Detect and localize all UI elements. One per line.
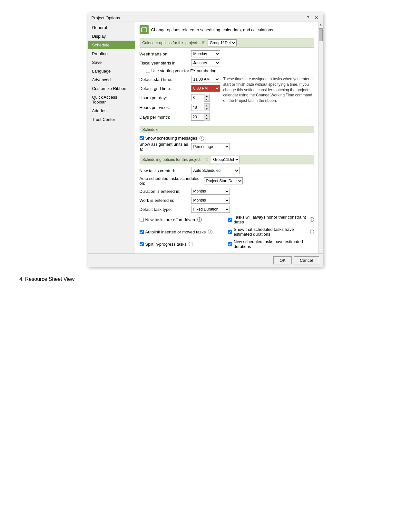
dialog-titlebar: Project Options ? ✕	[88, 13, 323, 22]
help-button[interactable]: ?	[306, 15, 311, 20]
days-month-spinner-buttons: ▲ ▼	[204, 113, 210, 121]
fiscal-year-select[interactable]: January	[191, 59, 220, 66]
week-starts-row: Week starts on: Monday Sunday	[140, 50, 314, 57]
svg-rect-0	[142, 28, 147, 32]
auto-scheduled-select[interactable]: Project Start Date Current Date	[204, 177, 243, 184]
auto-scheduled-control: Project Start Date Current Date	[204, 177, 243, 184]
schedule-section-bar: Schedule	[140, 126, 314, 133]
show-scheduling-label: Show scheduling messages	[145, 136, 197, 141]
sidebar-item-proofing[interactable]: Proofing	[88, 49, 135, 58]
times-left: Default start time: 11:00 AM Default end…	[140, 76, 220, 123]
show-scheduling-checkbox[interactable]	[140, 136, 144, 140]
scheduling-options-label: Scheduling options for this project:	[142, 157, 201, 162]
dialog-footer: OK Cancel	[88, 253, 323, 267]
estimated-durations-label: Show that scheduled tasks have estimated…	[234, 227, 308, 237]
scroll-up-arrow[interactable]: ▲	[318, 23, 323, 27]
days-month-spinner: ▲ ▼	[191, 113, 210, 121]
new-tasks-select[interactable]: Auto Scheduled Manually Scheduled	[191, 167, 240, 174]
scheduling-messages-info-icon[interactable]: i	[200, 136, 204, 141]
week-starts-select[interactable]: Monday Sunday	[191, 50, 220, 57]
calendar-project-select[interactable]: Group11Del1part1	[208, 39, 237, 46]
days-month-up-btn[interactable]: ▲	[204, 113, 210, 117]
cancel-button[interactable]: Cancel	[294, 256, 319, 264]
hours-day-up-btn[interactable]: ▲	[204, 94, 210, 98]
constraint-dates-info-icon[interactable]: i	[310, 217, 314, 222]
split-inprogress-info-icon[interactable]: i	[189, 242, 193, 246]
scroll-thumb[interactable]	[319, 28, 323, 41]
default-task-label: Default task type:	[140, 207, 191, 212]
default-task-control: Fixed Duration Fixed Units Fixed Work	[191, 206, 230, 213]
split-inprogress-checkbox[interactable]	[140, 242, 144, 246]
hours-week-spinner: ▲ ▼	[191, 103, 210, 111]
auto-scheduled-row: Auto scheduled tasks scheduled on: Proje…	[140, 176, 314, 186]
sidebar-item-trust-center[interactable]: Trust Center	[88, 115, 135, 124]
hours-week-up-btn[interactable]: ▲	[204, 104, 210, 107]
default-end-control: 8:00 PM	[191, 85, 220, 92]
sidebar-item-general[interactable]: General	[88, 23, 135, 32]
effort-driven-checkbox[interactable]	[140, 218, 144, 222]
two-col-checkboxes: New tasks are effort driven i Tasks will…	[140, 215, 314, 250]
sidebar-item-schedule[interactable]: Schedule	[88, 41, 135, 49]
default-end-select[interactable]: 8:00 PM	[191, 85, 220, 92]
scheduling-project-select[interactable]: Group11Del1part1	[211, 156, 240, 163]
close-button[interactable]: ✕	[313, 15, 320, 20]
hours-week-input[interactable]	[191, 104, 204, 111]
fy-numbering-checkbox[interactable]	[146, 69, 150, 73]
fy-checkbox-row: Use starting year for FY numbering	[146, 68, 314, 73]
dialog-title: Project Options	[92, 15, 120, 20]
fiscal-year-label: Fiscal year starts in:	[140, 61, 191, 65]
effort-driven-info-icon[interactable]: i	[197, 217, 202, 222]
sidebar-item-save[interactable]: Save	[88, 58, 135, 67]
sidebar-item-addins[interactable]: Add-Ins	[88, 106, 135, 115]
days-month-input[interactable]	[191, 113, 204, 121]
hours-day-spinner: ▲ ▼	[191, 94, 210, 102]
sidebar-item-advanced[interactable]: Advanced	[88, 75, 135, 84]
days-month-down-btn[interactable]: ▼	[204, 117, 210, 121]
default-task-select[interactable]: Fixed Duration Fixed Units Fixed Work	[191, 206, 230, 213]
caption-text: 4. Resource Sheet View	[19, 276, 392, 282]
new-estimated-row: New scheduled tasks have estimated durat…	[228, 239, 314, 249]
hours-week-label: Hours per week:	[140, 105, 191, 110]
dialog-wrapper: Project Options ? ✕ General Display Sche…	[19, 13, 392, 267]
header-desc: Change options related to scheduling, ca…	[140, 25, 314, 34]
ok-button[interactable]: OK	[273, 256, 292, 264]
hours-week-spinner-buttons: ▲ ▼	[204, 103, 210, 111]
autolink-row: Autolink inserted or moved tasks i	[140, 227, 226, 237]
sidebar-item-customize-ribbon[interactable]: Customize Ribbon	[88, 84, 135, 93]
assignment-units-select[interactable]: Percentage Decimal	[191, 143, 230, 150]
times-and-note: Default start time: 11:00 AM Default end…	[140, 76, 314, 123]
sidebar-item-display[interactable]: Display	[88, 32, 135, 41]
hours-day-down-btn[interactable]: ▼	[204, 98, 210, 101]
main-content: Change options related to scheduling, ca…	[135, 22, 318, 253]
default-start-row: Default start time: 11:00 AM	[140, 76, 220, 83]
sidebar-item-quick-access[interactable]: Quick Access Toolbar	[88, 93, 135, 106]
new-tasks-row: New tasks created: Auto Scheduled Manual…	[140, 167, 314, 174]
show-assignment-label: Show assignment units as a:	[140, 142, 191, 152]
scheduling-calendar-icon: 🗓	[205, 157, 210, 162]
schedule-icon	[140, 25, 149, 34]
constraint-dates-checkbox[interactable]	[228, 218, 232, 222]
show-scheduling-messages-row: Show scheduling messages i	[140, 136, 314, 141]
calendar-section-label: Calendar options for this project:	[142, 41, 198, 45]
split-inprogress-row: Split in-progress tasks i	[140, 239, 226, 249]
duration-select[interactable]: Months Days Weeks Hours Minutes	[191, 188, 230, 195]
default-start-select[interactable]: 11:00 AM	[191, 76, 220, 83]
hours-day-spinner-buttons: ▲ ▼	[204, 94, 210, 102]
constraint-dates-label: Tasks will always honor their constraint…	[234, 215, 308, 224]
autolink-info-icon[interactable]: i	[208, 230, 212, 234]
new-estimated-checkbox[interactable]	[228, 242, 232, 246]
estimated-durations-checkbox[interactable]	[228, 230, 232, 234]
autolink-checkbox[interactable]	[140, 230, 144, 234]
default-end-label: Default end time:	[140, 86, 191, 91]
work-select[interactable]: Months Days Weeks Hours	[191, 197, 230, 204]
duration-control: Months Days Weeks Hours Minutes	[191, 188, 230, 195]
scrollbar[interactable]: ▲	[318, 22, 323, 253]
times-note: These times are assigned to tasks when y…	[223, 76, 314, 123]
sidebar-item-language[interactable]: Language	[88, 67, 135, 75]
hours-week-down-btn[interactable]: ▼	[204, 107, 210, 111]
effort-driven-row: New tasks are effort driven i	[140, 215, 226, 224]
estimated-durations-info-icon[interactable]: i	[310, 230, 314, 234]
effort-driven-label: New tasks are effort driven	[145, 217, 195, 222]
titlebar-controls: ? ✕	[306, 15, 320, 20]
hours-day-input[interactable]	[191, 94, 204, 101]
